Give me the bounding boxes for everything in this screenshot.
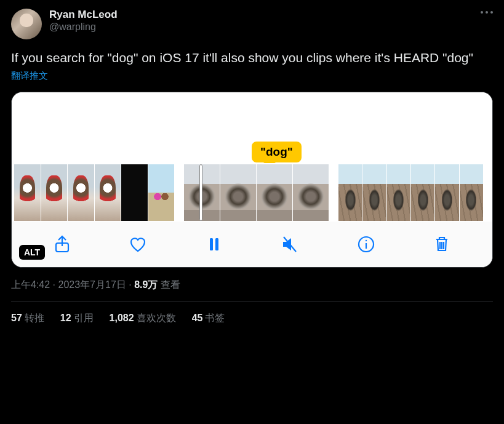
thumbnail	[435, 164, 458, 221]
mute-icon[interactable]	[279, 233, 301, 255]
tweet-text: If you search for "dog" on iOS 17 it'll …	[11, 49, 493, 66]
media-card[interactable]: "dog"	[11, 92, 493, 268]
media-toolbar	[12, 222, 492, 267]
thumbnail	[14, 164, 41, 221]
thumbnail	[387, 164, 410, 221]
pause-icon[interactable]	[203, 233, 225, 255]
views-label: 查看	[161, 279, 180, 290]
thumbnail	[95, 164, 121, 221]
thumbnail	[411, 164, 434, 221]
time[interactable]: 上午4:42	[11, 279, 50, 290]
tweet-stats: 57转推 12引用 1,082喜欢次数 45书签	[11, 302, 493, 325]
thumbnail	[362, 164, 386, 221]
caption-bubble: "dog"	[252, 142, 302, 162]
svg-rect-1	[210, 238, 213, 250]
handle: @warpling	[49, 22, 481, 33]
media-top: "dog"	[12, 92, 492, 163]
thumbnail	[68, 164, 94, 221]
thumbnail	[121, 164, 148, 221]
thumbnail	[148, 164, 175, 221]
clip-group-3[interactable]	[338, 164, 483, 221]
match-marker	[263, 159, 276, 163]
thumbnail	[41, 164, 68, 221]
display-name: Ryan McLeod	[49, 9, 481, 21]
tweet: Ryan McLeod @warpling If you search for …	[0, 0, 504, 325]
thumbnail	[460, 164, 483, 221]
tweet-meta: 上午4:42 · 2023年7月17日 · 8.9万 查看	[11, 279, 493, 292]
thumbnail	[257, 164, 292, 221]
stat-bookmarks[interactable]: 45书签	[192, 312, 225, 325]
svg-rect-2	[215, 238, 218, 250]
video-scrubber[interactable]	[12, 163, 492, 222]
author-names[interactable]: Ryan McLeod @warpling	[49, 9, 481, 33]
svg-point-5	[366, 240, 367, 241]
heart-icon[interactable]	[127, 233, 149, 255]
date[interactable]: 2023年7月17日	[58, 279, 126, 290]
thumbnail	[293, 164, 329, 221]
clip-group-2[interactable]	[184, 164, 329, 221]
share-icon[interactable]	[51, 233, 73, 255]
alt-badge[interactable]: ALT	[19, 245, 45, 260]
stat-quotes[interactable]: 12引用	[60, 312, 94, 325]
stat-retweets[interactable]: 57转推	[11, 312, 44, 325]
translate-link[interactable]: 翻译推文	[11, 70, 493, 82]
clip-group-1[interactable]	[14, 164, 174, 221]
info-icon[interactable]	[355, 233, 377, 255]
avatar[interactable]	[11, 9, 42, 39]
playhead[interactable]	[199, 164, 202, 221]
more-button[interactable]	[481, 9, 493, 14]
stat-likes[interactable]: 1,082喜欢次数	[110, 312, 176, 325]
views-count: 8.9万	[134, 279, 158, 290]
trash-icon[interactable]	[431, 233, 453, 255]
thumbnail	[338, 164, 362, 221]
thumbnail	[220, 164, 256, 221]
tweet-header: Ryan McLeod @warpling	[11, 9, 493, 39]
